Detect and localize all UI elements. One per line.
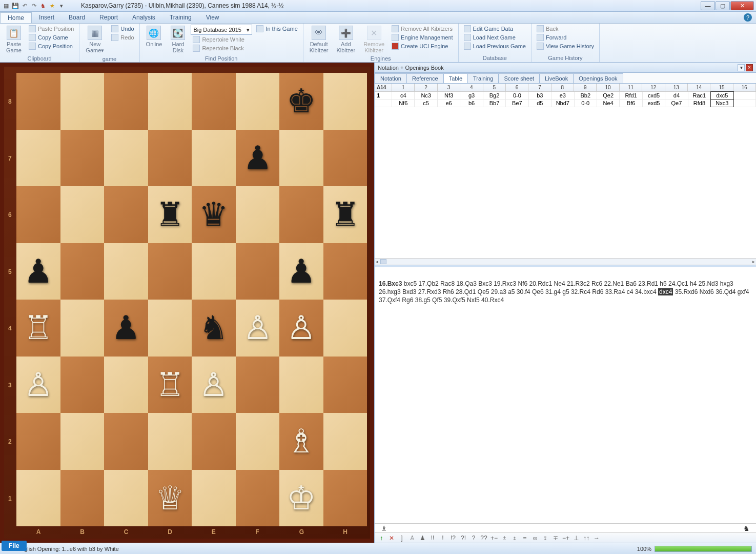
tab-view[interactable]: View xyxy=(199,12,227,23)
help-icon[interactable]: ? xyxy=(744,13,752,22)
piece-h6[interactable]: ♜ xyxy=(331,198,360,231)
annotation-symbol[interactable]: ?? xyxy=(479,535,488,542)
engine-management-button[interactable]: Engine Management xyxy=(390,33,455,42)
board-icon: ▦ xyxy=(88,26,102,40)
piece-a3[interactable]: ♙ xyxy=(24,368,53,401)
annotation-symbol[interactable]: ] xyxy=(397,535,406,542)
annotation-symbol[interactable]: ✕ xyxy=(387,535,396,542)
default-kibitzer-button[interactable]: 👁Default Kibitzer xyxy=(307,25,332,54)
tab-openingsbook[interactable]: Openings Book xyxy=(573,73,623,83)
hard-disk-button[interactable]: 💽Hard Disk xyxy=(167,25,189,54)
tab-table[interactable]: Table xyxy=(443,73,468,83)
group-label-engines: Engines xyxy=(307,54,455,63)
copy-position-button[interactable]: Copy Position xyxy=(27,42,76,50)
tab-training[interactable]: Training xyxy=(162,12,199,23)
tab-home[interactable]: Home xyxy=(0,12,32,23)
view-history-button[interactable]: View Game History xyxy=(535,42,596,50)
piece-d1[interactable]: ♕ xyxy=(155,482,185,515)
star-icon[interactable]: ★ xyxy=(48,2,56,10)
piece-e4[interactable]: ♞ xyxy=(199,311,228,344)
minimize-button[interactable]: — xyxy=(701,1,715,10)
annotation-symbol[interactable]: ? xyxy=(469,535,478,542)
piece-g5[interactable]: ♟ xyxy=(287,255,316,288)
copy-game-button[interactable]: Copy Game xyxy=(27,33,76,42)
piece-icon[interactable]: ♞ xyxy=(39,2,47,10)
annotation-symbol[interactable]: ♙ xyxy=(407,535,417,542)
annotation-symbol[interactable]: !? xyxy=(448,535,458,542)
edit-game-data-button[interactable]: Edit Game Data xyxy=(462,25,528,33)
save-icon[interactable]: 💾 xyxy=(11,2,19,10)
piece-d3[interactable]: ♖ xyxy=(155,368,185,401)
annotation-symbol[interactable]: ♟ xyxy=(418,535,427,542)
remove-kibitzer-button[interactable]: ✕Remove Kibitzer xyxy=(360,25,387,54)
back-button[interactable]: Back xyxy=(535,25,596,33)
annotation-symbol[interactable]: ?! xyxy=(459,535,468,542)
create-uci-button[interactable]: Create UCI Engine xyxy=(390,42,455,50)
file-label: F xyxy=(255,528,259,536)
paste-position-button[interactable]: Paste Position xyxy=(27,25,76,33)
repertoire-black-button[interactable]: Repertoire Black xyxy=(191,44,252,52)
forward-button[interactable]: Forward xyxy=(535,33,596,42)
annotation-symbol[interactable]: ⩲ xyxy=(510,535,519,542)
load-next-game-button[interactable]: Load Next Game xyxy=(462,33,528,42)
tab-analysis[interactable]: Analysis xyxy=(125,12,162,23)
tab-report[interactable]: Report xyxy=(92,12,125,23)
piece-e6[interactable]: ♛ xyxy=(199,198,228,231)
annotation-symbol[interactable]: ↑↑ xyxy=(582,535,591,542)
new-game-button[interactable]: ▦New Game▾ xyxy=(83,25,107,55)
annotation-symbol[interactable]: ⊥ xyxy=(571,535,581,542)
tab-training[interactable]: Training xyxy=(467,73,499,83)
paste-game-button[interactable]: 📋Paste Game xyxy=(3,25,25,54)
annotation-symbol[interactable]: ! xyxy=(438,535,447,542)
qat-dropdown-icon[interactable]: ▾ xyxy=(57,2,66,10)
close-button[interactable]: ✕ xyxy=(730,1,754,10)
notation-text[interactable]: 16.Bxc3 bxc5 17.Qb2 Rac8 18.Qa3 Bxc3 19.… xyxy=(375,275,756,523)
piece-f7[interactable]: ♟ xyxy=(243,142,272,174)
load-previous-game-button[interactable]: Load Previous Game xyxy=(462,42,528,50)
piece-e3[interactable]: ♙ xyxy=(199,368,228,401)
tab-notation[interactable]: Notation xyxy=(375,73,407,83)
table-scrollbar[interactable]: ◂▸ xyxy=(375,258,756,265)
database-dropdown[interactable]: Big Database 2015▾ xyxy=(191,25,252,35)
in-this-game-button[interactable]: In this Game xyxy=(254,25,299,33)
tab-reference[interactable]: Reference xyxy=(406,73,444,83)
redo-button[interactable]: Redo xyxy=(109,33,136,42)
piece-g1[interactable]: ♔ xyxy=(287,482,316,515)
add-kibitzer-button[interactable]: ➕Add Kibitzer xyxy=(333,25,358,54)
tab-livebook[interactable]: LiveBook xyxy=(539,73,574,83)
piece-c4[interactable]: ♟ xyxy=(111,311,140,344)
tab-board[interactable]: Board xyxy=(62,12,92,23)
piece-g8[interactable]: ♚ xyxy=(287,85,316,117)
annotation-symbol[interactable]: −+ xyxy=(561,535,570,542)
pane-menu-icon[interactable]: ▾ xyxy=(738,64,745,71)
undo-button[interactable]: Undo xyxy=(109,25,136,33)
piece-g2[interactable]: ♗ xyxy=(287,425,316,458)
online-button[interactable]: 🌐Online xyxy=(143,25,166,48)
piece-a4[interactable]: ♖ xyxy=(24,311,53,344)
piece-a5[interactable]: ♟ xyxy=(24,255,53,288)
annotation-symbol[interactable]: ± xyxy=(500,535,509,542)
repertoire-white-button[interactable]: Repertoire White xyxy=(191,35,252,44)
undo-icon[interactable]: ↶ xyxy=(21,2,29,10)
maximize-button[interactable]: ▢ xyxy=(716,1,730,10)
annotation-symbol[interactable]: ∞ xyxy=(530,535,540,542)
remove-all-kibitzers-button[interactable]: Remove All Kibitzers xyxy=(390,25,455,33)
piece-f4[interactable]: ♙ xyxy=(243,311,272,344)
redo-icon[interactable]: ↷ xyxy=(30,2,38,10)
tab-insert[interactable]: Insert xyxy=(32,12,62,23)
pane-close-icon[interactable]: × xyxy=(746,64,753,71)
annotation-symbol[interactable]: ↑ xyxy=(377,535,386,542)
chess-board[interactable]: ♚♟♜♛♜♟♟♖♟♞♙♙♙♖♙♗♕♔ xyxy=(16,73,367,526)
annotation-symbol[interactable]: ∓ xyxy=(551,535,560,542)
tab-scoresheet[interactable]: Score sheet xyxy=(498,73,540,83)
piece-g4[interactable]: ♙ xyxy=(287,311,316,344)
annotation-symbol[interactable]: !! xyxy=(428,535,437,542)
status-bar: A14: English Opening: 1...e6 with b3 by … xyxy=(0,543,756,554)
annotation-symbol[interactable]: ⩱ xyxy=(541,535,550,542)
piece-d6[interactable]: ♜ xyxy=(155,198,185,231)
annotation-symbol[interactable]: → xyxy=(592,535,601,542)
moves-table: A1412345678910111213141516 1c4Nc3Nf3g3Bg… xyxy=(375,84,756,258)
annotation-symbol[interactable]: = xyxy=(520,535,529,542)
file-tab[interactable]: File xyxy=(2,541,27,551)
annotation-symbol[interactable]: +− xyxy=(489,535,499,542)
